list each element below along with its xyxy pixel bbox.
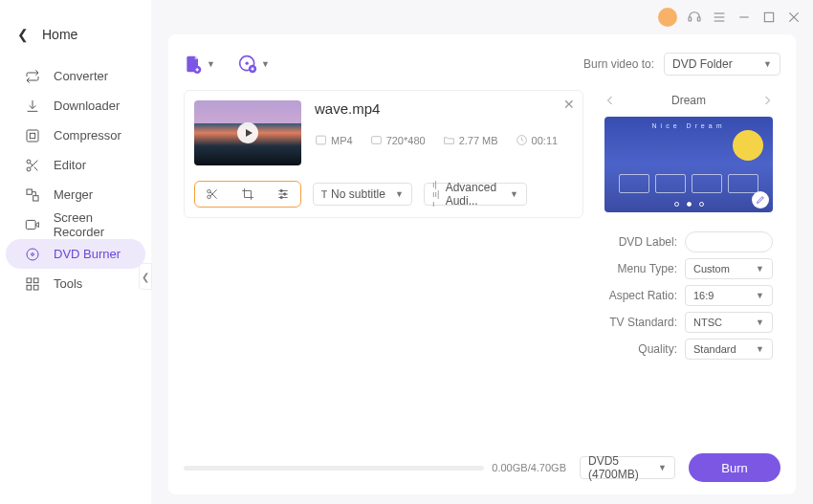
burn-to-label: Burn video to: xyxy=(583,57,654,71)
maximize-icon[interactable] xyxy=(761,10,777,25)
resolution-icon xyxy=(370,134,383,146)
headset-icon[interactable] xyxy=(687,10,702,25)
svg-line-6 xyxy=(30,163,33,165)
size-progress-text: 0.00GB/4.70GB xyxy=(492,462,566,473)
sidebar-item-label: DVD Burner xyxy=(54,247,121,261)
avatar[interactable] xyxy=(658,8,677,27)
sidebar-item-downloader[interactable]: Downloader xyxy=(6,91,145,121)
dvd-label-input[interactable] xyxy=(685,231,773,252)
menu-type-select[interactable]: Custom▼ xyxy=(685,258,773,279)
add-file-icon xyxy=(184,55,203,74)
minimize-icon[interactable] xyxy=(736,10,752,25)
video-card: ✕ wave.mp4 MP4 720*480 2.77 MB 00:11 xyxy=(184,90,583,218)
home-row[interactable]: ❮ Home xyxy=(0,25,151,61)
svg-rect-19 xyxy=(689,17,692,21)
disc-type-select[interactable]: DVD5 (4700MB) ▼ xyxy=(580,456,675,479)
svg-point-2 xyxy=(27,160,31,164)
svg-point-14 xyxy=(32,252,34,255)
subtitle-select[interactable]: TNo subtitle ▼ xyxy=(313,183,412,206)
sidebar-item-editor[interactable]: Editor xyxy=(6,150,145,180)
audio-value: Advanced Audi... xyxy=(446,181,502,208)
svg-line-5 xyxy=(34,166,38,170)
svg-rect-18 xyxy=(33,285,38,290)
prev-template-button[interactable] xyxy=(604,95,616,106)
sidebar-item-compressor[interactable]: Compressor xyxy=(6,121,145,150)
menu-column: Dream Nice Dream DVD Label: xyxy=(604,90,773,360)
video-thumbnail[interactable] xyxy=(194,100,301,165)
aspect-ratio-label: Aspect Ratio: xyxy=(609,289,677,302)
play-icon[interactable] xyxy=(237,122,258,143)
quality-select[interactable]: Standard▼ xyxy=(685,339,773,360)
svg-marker-12 xyxy=(35,222,38,227)
add-disc-button[interactable]: ▼ xyxy=(238,55,270,74)
sidebar-item-merger[interactable]: Merger xyxy=(6,180,145,209)
download-icon xyxy=(25,99,40,114)
disc-icon xyxy=(25,247,40,262)
svg-point-3 xyxy=(27,167,31,171)
dvd-label-label: DVD Label: xyxy=(619,235,677,249)
sidebar-item-converter[interactable]: Converter xyxy=(6,61,145,91)
video-resolution: 720*480 xyxy=(370,134,426,146)
video-format: MP4 xyxy=(315,134,353,146)
compress-icon xyxy=(25,128,40,143)
sidebar-item-screen-recorder[interactable]: Screen Recorder xyxy=(6,209,145,239)
add-file-button[interactable]: ▼ xyxy=(184,55,215,74)
grid-icon xyxy=(25,276,40,292)
audio-select[interactable]: ı|ıı|ıAdvanced Audi... ▼ xyxy=(424,183,527,206)
cut-icon[interactable] xyxy=(206,187,219,201)
svg-rect-0 xyxy=(27,130,38,142)
edit-tools-box xyxy=(194,181,301,208)
sun-decoration xyxy=(733,130,763,161)
titlebar xyxy=(151,0,813,34)
sidebar-item-label: Compressor xyxy=(54,128,121,142)
pencil-icon xyxy=(756,195,765,205)
svg-rect-8 xyxy=(33,195,38,200)
menu-icon[interactable] xyxy=(712,10,727,25)
menu-type-label: Menu Type: xyxy=(618,262,677,275)
menu-title: Dream xyxy=(671,94,706,107)
next-template-button[interactable] xyxy=(761,95,773,106)
video-duration: 00:11 xyxy=(516,134,559,146)
subtitle-value: No subtitle xyxy=(331,187,385,201)
add-disc-icon xyxy=(238,55,257,74)
chevron-down-icon: ▼ xyxy=(763,59,772,69)
panel: ▼ ▼ Burn video to: DVD Folder ▼ xyxy=(168,34,796,494)
quality-label: Quality: xyxy=(638,342,677,356)
video-filename: wave.mp4 xyxy=(315,100,573,117)
size-progress-bar xyxy=(184,466,484,471)
svg-rect-33 xyxy=(371,137,381,144)
burn-to-select[interactable]: DVD Folder ▼ xyxy=(664,53,780,76)
video-size: 2.77 MB xyxy=(443,134,498,146)
burn-to-value: DVD Folder xyxy=(672,57,733,71)
main-area: ▼ ▼ Burn video to: DVD Folder ▼ xyxy=(151,0,813,504)
film-icon xyxy=(315,134,327,146)
burn-button[interactable]: Burn xyxy=(689,453,780,482)
back-icon[interactable]: ❮ xyxy=(17,27,29,42)
dvd-settings-form: DVD Label: Menu Type: Custom▼ Aspect Rat… xyxy=(604,231,773,360)
preview-text: Nice Dream xyxy=(652,122,726,129)
aspect-ratio-select[interactable]: 16:9▼ xyxy=(685,285,773,306)
chevron-down-icon: ▼ xyxy=(261,59,270,69)
sidebar-item-tools[interactable]: Tools xyxy=(6,269,145,298)
tv-standard-select[interactable]: NTSC▼ xyxy=(685,312,773,333)
svg-point-42 xyxy=(280,189,282,191)
remove-video-button[interactable]: ✕ xyxy=(563,97,575,112)
adjust-icon[interactable] xyxy=(276,187,290,201)
edit-menu-button[interactable] xyxy=(752,191,769,208)
menu-preview[interactable]: Nice Dream xyxy=(604,117,773,212)
crop-icon[interactable] xyxy=(241,187,254,201)
chevron-down-icon: ▼ xyxy=(756,344,764,354)
svg-rect-32 xyxy=(317,136,326,144)
sidebar-item-label: Converter xyxy=(54,69,108,83)
sidebar-item-dvd-burner[interactable]: DVD Burner xyxy=(6,239,145,269)
sidebar-item-label: Editor xyxy=(54,158,86,172)
chevron-down-icon: ▼ xyxy=(756,291,764,300)
sidebar-item-label: Screen Recorder xyxy=(54,210,145,239)
merge-icon xyxy=(25,187,40,203)
svg-point-43 xyxy=(283,193,285,195)
close-icon[interactable] xyxy=(786,10,802,25)
tv-standard-label: TV Standard: xyxy=(609,316,677,329)
clock-icon xyxy=(516,134,528,146)
svg-rect-16 xyxy=(33,278,38,283)
collapse-sidebar-button[interactable]: ❮ xyxy=(139,263,152,290)
